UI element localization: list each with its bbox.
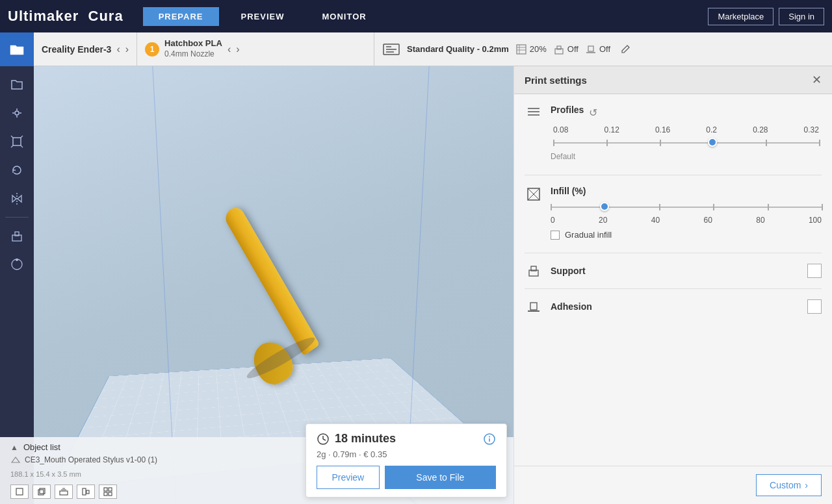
svg-rect-36 bbox=[86, 490, 89, 494]
svg-point-12 bbox=[15, 111, 19, 115]
stack-icon bbox=[59, 487, 68, 496]
edit-icon[interactable] bbox=[619, 44, 631, 55]
print-settings-title: Print settings bbox=[525, 75, 587, 86]
custom-button[interactable]: Custom › bbox=[756, 474, 822, 496]
support-icon-container bbox=[525, 264, 543, 278]
nav-monitor[interactable]: MONITOR bbox=[307, 7, 382, 26]
tool-seam[interactable] bbox=[4, 251, 30, 277]
tool-mirror[interactable] bbox=[4, 186, 30, 212]
scale-icon bbox=[10, 134, 24, 149]
collapse-arrow-icon[interactable]: ▲ bbox=[10, 443, 18, 452]
infill-labels: 0 20 40 60 80 100 bbox=[551, 216, 822, 225]
svg-rect-30 bbox=[38, 490, 44, 495]
svg-point-18 bbox=[16, 258, 18, 261]
svg-rect-11 bbox=[588, 46, 593, 51]
adhesion-section: Adhesion bbox=[525, 299, 822, 314]
svg-rect-32 bbox=[60, 491, 68, 495]
save-to-file-button[interactable]: Save to File bbox=[385, 466, 496, 489]
svg-rect-37 bbox=[104, 488, 107, 491]
reset-profile-icon[interactable]: ↺ bbox=[589, 107, 597, 119]
adhesion-icon-container bbox=[525, 299, 543, 314]
print-settings-close[interactable]: ✕ bbox=[812, 73, 822, 87]
object-list-label: Object list bbox=[23, 442, 60, 452]
copy-icon bbox=[37, 487, 46, 496]
infill-icon bbox=[515, 44, 527, 55]
printer-section: Creality Ender-3 ‹ › bbox=[34, 32, 137, 66]
object-icon bbox=[10, 455, 21, 465]
support-quick: Off bbox=[553, 44, 578, 55]
icon-btn-3[interactable] bbox=[55, 485, 73, 499]
chevron-right-icon: › bbox=[805, 480, 808, 490]
move-icon bbox=[10, 106, 24, 120]
gradual-infill-row: Gradual infill bbox=[551, 230, 822, 240]
print-settings-panel: Print settings ✕ Profiles ↺ bbox=[514, 66, 832, 504]
svg-rect-39 bbox=[104, 492, 107, 496]
print-settings-header: Print settings ✕ bbox=[514, 66, 832, 94]
printer-prev-button[interactable]: ‹ bbox=[116, 44, 120, 55]
info-icon[interactable] bbox=[483, 433, 496, 446]
marketplace-button[interactable]: Marketplace bbox=[708, 8, 774, 25]
printer-next-button[interactable]: › bbox=[125, 44, 129, 55]
tool-open[interactable] bbox=[4, 71, 30, 97]
logo-light: Ultimaker bbox=[8, 8, 79, 24]
support-paint-icon bbox=[10, 229, 24, 243]
open-icon bbox=[10, 77, 24, 92]
adhesion-checkbox[interactable] bbox=[807, 299, 822, 314]
infill-quick: 20% bbox=[515, 44, 547, 55]
icon-btn-2[interactable] bbox=[32, 485, 51, 499]
main-area: Print settings ✕ Profiles ↺ bbox=[0, 66, 832, 504]
action-buttons: Preview Save to File bbox=[317, 466, 496, 489]
tool-scale[interactable] bbox=[4, 129, 30, 155]
material-badge: 1 bbox=[145, 42, 159, 57]
infill-thumb[interactable] bbox=[600, 202, 609, 211]
support-label: Support bbox=[551, 266, 800, 276]
infill-row: Infill (%) 0 bbox=[525, 186, 822, 240]
svg-rect-13 bbox=[13, 138, 21, 145]
infill-slider[interactable] bbox=[551, 201, 822, 213]
profile-values: 0.08 0.12 0.16 0.2 0.28 0.32 bbox=[553, 125, 819, 134]
nav-preview[interactable]: PREVIEW bbox=[226, 7, 300, 26]
material-section: 1 Hatchbox PLA 0.4mm Nozzle ‹ › bbox=[137, 32, 374, 66]
print-settings-body: Profiles ↺ 0.08 0.12 0.16 0.2 0.28 0.32 bbox=[514, 94, 832, 334]
custom-section: Custom › bbox=[514, 466, 832, 504]
profiles-label: Profiles bbox=[551, 105, 584, 115]
box-icon bbox=[15, 487, 24, 496]
icon-btn-1[interactable] bbox=[10, 485, 29, 499]
icon-btn-4[interactable] bbox=[77, 485, 95, 499]
align-icon bbox=[81, 487, 90, 496]
profile-track-container bbox=[553, 137, 819, 149]
clock-icon bbox=[317, 433, 330, 446]
support-icon bbox=[553, 44, 565, 55]
material-prev-button[interactable]: ‹ bbox=[228, 44, 231, 55]
tool-rotate[interactable] bbox=[4, 157, 30, 183]
object-dims-text: 188.1 x 15.4 x 3.5 mm bbox=[10, 470, 81, 478]
support-structure-icon bbox=[526, 264, 541, 278]
time-info: 18 minutes bbox=[317, 432, 396, 446]
object-name: CE3_Mouth Operated Stylus v1-00 (1) bbox=[25, 455, 157, 464]
seam-icon bbox=[10, 257, 24, 271]
rotate-icon bbox=[10, 163, 24, 177]
nav-prepare[interactable]: PREPARE bbox=[143, 7, 219, 26]
quality-icon bbox=[382, 43, 400, 56]
secondbar: Creality Ender-3 ‹ › 1 Hatchbox PLA 0.4m… bbox=[0, 32, 832, 66]
signin-button[interactable]: Sign in bbox=[779, 8, 824, 25]
support-checkbox[interactable] bbox=[807, 264, 822, 278]
material-next-button[interactable]: › bbox=[236, 44, 239, 55]
profile-slider[interactable]: 0.08 0.12 0.16 0.2 0.28 0.32 bbox=[551, 125, 822, 149]
tool-support[interactable] bbox=[4, 223, 30, 249]
svg-rect-38 bbox=[109, 488, 112, 491]
infill-icon-container bbox=[525, 187, 543, 201]
profile-thumb[interactable] bbox=[708, 138, 717, 147]
material-nozzle: 0.4mm Nozzle bbox=[164, 49, 222, 60]
layers-icon bbox=[526, 106, 541, 118]
profile-track bbox=[553, 142, 819, 144]
material-name: Hatchbox PLA bbox=[164, 38, 222, 49]
svg-rect-35 bbox=[83, 488, 86, 495]
infill-grid-icon bbox=[526, 187, 541, 201]
gradual-infill-checkbox[interactable] bbox=[551, 231, 560, 240]
time-panel: 18 minutes 2g · 0.79m · € 0.35 Preview S… bbox=[306, 423, 507, 498]
tool-move[interactable] bbox=[4, 100, 30, 126]
icon-btn-5[interactable] bbox=[99, 485, 117, 499]
open-file-button[interactable] bbox=[0, 32, 34, 66]
preview-button[interactable]: Preview bbox=[317, 466, 380, 489]
